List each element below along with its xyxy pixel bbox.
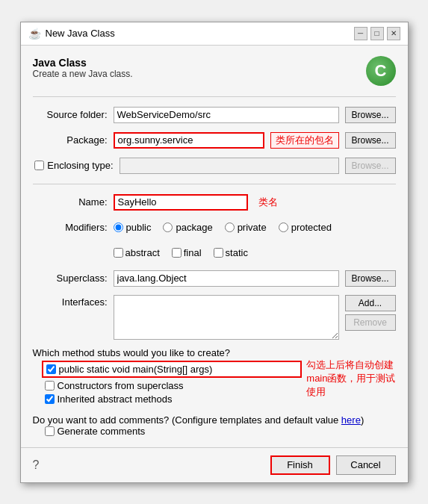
section-subtitle: Create a new Java class.	[33, 69, 133, 79]
modifiers-label: Modifiers:	[33, 222, 108, 233]
comments-text: Do you want to add comments? (Configure …	[33, 414, 341, 426]
modifier-private[interactable]: private	[225, 222, 267, 233]
stub-main-checkbox[interactable]	[46, 364, 56, 374]
comments-question: Do you want to add comments? (Configure …	[33, 414, 396, 426]
name-annotation: 类名	[258, 196, 278, 209]
package-annotation: 类所在的包名	[270, 132, 339, 149]
package-row: Package: 类所在的包名 Browse...	[33, 131, 396, 149]
package-browse-button[interactable]: Browse...	[345, 132, 396, 149]
form-divider	[33, 184, 396, 184]
stubs-checkboxes: public static void main(String[] args) C…	[33, 358, 303, 407]
generate-comments-checkbox[interactable]	[45, 426, 55, 436]
dialog-footer: ? Finish Cancel	[21, 447, 408, 482]
stubs-question: Which method stubs would you like to cre…	[33, 347, 396, 358]
source-folder-row: Source folder: Browse...	[33, 106, 396, 124]
generate-comments-label: Generate comments	[58, 426, 146, 437]
modifier-package-radio[interactable]	[163, 223, 173, 232]
source-folder-input[interactable]	[114, 107, 339, 123]
minimize-button[interactable]: ─	[354, 27, 367, 40]
stub-inherited-checkbox[interactable]	[45, 394, 55, 404]
enclosing-type-checkbox[interactable]	[34, 161, 44, 170]
stubs-section: Which method stubs would you like to cre…	[33, 347, 396, 407]
section-header: Java Class Create a new Java class. C	[33, 56, 396, 86]
stub-main-method: public static void main(String[] args)	[42, 361, 303, 378]
new-java-class-dialog: ☕ New Java Class ─ □ ✕ Java Class Create…	[20, 22, 409, 483]
modifier-protected-radio[interactable]	[279, 223, 288, 232]
name-label: Name:	[33, 196, 108, 208]
title-bar-left: ☕ New Java Class	[28, 28, 115, 40]
stub-constructors-label: Constructors from superclass	[58, 380, 184, 391]
stub-inherited: Inherited abstract methods	[45, 393, 303, 405]
modifier-checkboxes: abstract final static	[114, 247, 248, 258]
stubs-list: public static void main(String[] args) C…	[33, 358, 396, 407]
dialog-body: Java Class Create a new Java class. C So…	[21, 46, 408, 447]
stub-constructors: Constructors from superclass	[45, 380, 303, 391]
modifier-checks-row: abstract final static	[33, 244, 396, 262]
section-header-text: Java Class Create a new Java class.	[33, 57, 133, 85]
enclosing-type-label: Enclosing type:	[47, 160, 113, 171]
stubs-annotation-line2: main函数，用于测试	[306, 372, 395, 385]
title-bar: ☕ New Java Class ─ □ ✕	[21, 22, 408, 46]
comments-section: Do you want to add comments? (Configure …	[33, 414, 396, 437]
finish-button[interactable]: Finish	[270, 455, 330, 475]
modifiers-options: public package private protected	[114, 222, 332, 233]
add-remove-buttons: Add... Remove	[345, 295, 396, 331]
stubs-annotation-line3: 使用	[306, 385, 395, 399]
stub-constructors-checkbox[interactable]	[45, 381, 55, 391]
package-input[interactable]	[114, 132, 264, 149]
help-icon[interactable]: ?	[33, 458, 40, 472]
abstract-checkbox[interactable]	[114, 248, 123, 258]
header-divider	[33, 96, 396, 97]
stubs-annotation: 勾选上后将自动创建 main函数，用于测试 使用	[306, 358, 395, 399]
source-folder-browse-button[interactable]: Browse...	[345, 107, 396, 123]
remove-interface-button[interactable]: Remove	[345, 314, 396, 331]
dialog-icon: ☕	[28, 28, 41, 40]
modifier-private-radio[interactable]	[225, 223, 235, 232]
modifiers-row: Modifiers: public package private protec…	[33, 219, 396, 237]
eclipse-logo: C	[366, 56, 396, 86]
modifier-public-radio[interactable]	[114, 223, 123, 232]
interfaces-textarea[interactable]	[114, 295, 339, 340]
cancel-button[interactable]: Cancel	[336, 455, 396, 475]
close-button[interactable]: ✕	[387, 27, 400, 40]
package-label: Package:	[33, 134, 108, 146]
superclass-row: Superclass: Browse...	[33, 270, 396, 287]
title-bar-controls: ─ □ ✕	[354, 27, 400, 40]
modifier-public[interactable]: public	[114, 222, 152, 233]
superclass-input[interactable]	[114, 270, 339, 287]
add-interface-button[interactable]: Add...	[345, 295, 396, 311]
abstract-check[interactable]: abstract	[114, 247, 160, 258]
superclass-label: Superclass:	[33, 273, 108, 284]
final-checkbox[interactable]	[172, 248, 182, 258]
modifier-package[interactable]: package	[163, 222, 212, 233]
generate-comments-row: Generate comments	[45, 426, 396, 437]
maximize-button[interactable]: □	[370, 27, 384, 40]
dialog-title: New Java Class	[46, 28, 115, 39]
superclass-browse-button[interactable]: Browse...	[345, 270, 396, 287]
stubs-annotation-line1: 勾选上后将自动创建	[306, 358, 395, 372]
section-title: Java Class	[33, 57, 133, 69]
comments-link[interactable]: here	[341, 414, 361, 426]
enclosing-browse-button[interactable]: Browse...	[345, 158, 396, 174]
modifier-protected[interactable]: protected	[279, 222, 332, 233]
comments-suffix: )	[361, 414, 364, 426]
static-checkbox[interactable]	[214, 248, 223, 258]
interfaces-row: Interfaces: Add... Remove	[33, 295, 396, 340]
enclosing-type-input[interactable]	[120, 158, 339, 174]
stub-main-label: public static void main(String[] args)	[59, 364, 213, 375]
name-input[interactable]	[114, 194, 248, 211]
name-row: Name: 类名	[33, 193, 396, 211]
enclosing-type-row: Enclosing type: Browse...	[33, 157, 396, 175]
final-check[interactable]: final	[172, 247, 202, 258]
interfaces-label: Interfaces:	[33, 295, 108, 308]
source-folder-label: Source folder:	[33, 109, 108, 120]
static-check[interactable]: static	[214, 247, 248, 258]
stub-inherited-label: Inherited abstract methods	[58, 393, 173, 405]
